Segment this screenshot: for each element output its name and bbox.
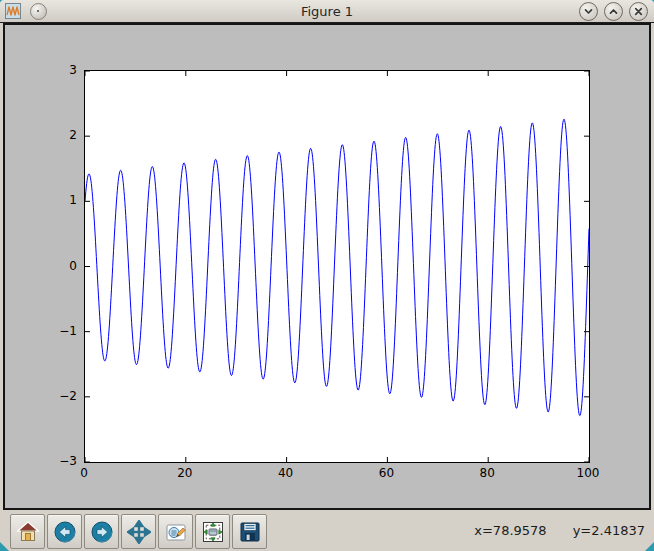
plot-svg — [85, 71, 589, 462]
pan-button[interactable] — [121, 514, 156, 549]
figure-window: Figure 1 3210−1−2−3020406080100 — [0, 0, 654, 551]
x-tick-label: 80 — [465, 466, 509, 480]
y-tick-label: 0 — [43, 259, 77, 273]
y-tick-label: 3 — [43, 63, 77, 77]
save-button[interactable] — [232, 514, 267, 549]
x-tick-label: 60 — [364, 466, 408, 480]
home-icon — [16, 520, 40, 544]
window-menu-button[interactable] — [30, 3, 47, 20]
navigation-toolbar — [10, 514, 267, 549]
status-bar: x=78.9578 y=2.41837 — [474, 514, 645, 547]
x-tick-label: 20 — [163, 466, 207, 480]
close-x-icon — [633, 6, 644, 17]
resize-grip-right[interactable] — [645, 542, 654, 551]
configure-subplots-button[interactable] — [195, 514, 230, 549]
title-bar[interactable]: Figure 1 — [0, 0, 654, 23]
y-tick-label: 1 — [43, 193, 77, 207]
matplotlib-wave-icon[interactable] — [5, 3, 21, 19]
maximize-button[interactable] — [604, 2, 623, 21]
forward-arrow-icon — [90, 520, 114, 544]
home-button[interactable] — [10, 514, 45, 549]
window-title: Figure 1 — [0, 4, 654, 19]
x-tick-label: 0 — [62, 466, 106, 480]
x-tick-label: 100 — [566, 466, 610, 480]
pan-arrows-icon — [127, 520, 151, 544]
signal-line — [85, 119, 589, 415]
y-tick-label: 2 — [43, 128, 77, 142]
x-tick-label: 40 — [264, 466, 308, 480]
zoom-to-rect-button[interactable] — [158, 514, 193, 549]
back-button[interactable] — [47, 514, 82, 549]
y-tick-label: −1 — [43, 324, 77, 338]
chevron-up-icon — [608, 6, 619, 17]
close-button[interactable] — [629, 2, 648, 21]
cursor-x-readout: x=78.9578 — [474, 523, 546, 538]
zoom-rect-pencil-icon — [164, 520, 188, 544]
chevron-down-icon — [583, 6, 594, 17]
subplots-config-icon — [201, 520, 225, 544]
y-tick-label: −2 — [43, 389, 77, 403]
plot-axes[interactable] — [84, 70, 590, 463]
shade-button[interactable] — [579, 2, 598, 21]
floppy-disk-icon — [238, 520, 262, 544]
forward-button[interactable] — [84, 514, 119, 549]
back-arrow-icon — [53, 520, 77, 544]
resize-grip-left[interactable] — [0, 542, 9, 551]
cursor-y-readout: y=2.41837 — [573, 523, 645, 538]
